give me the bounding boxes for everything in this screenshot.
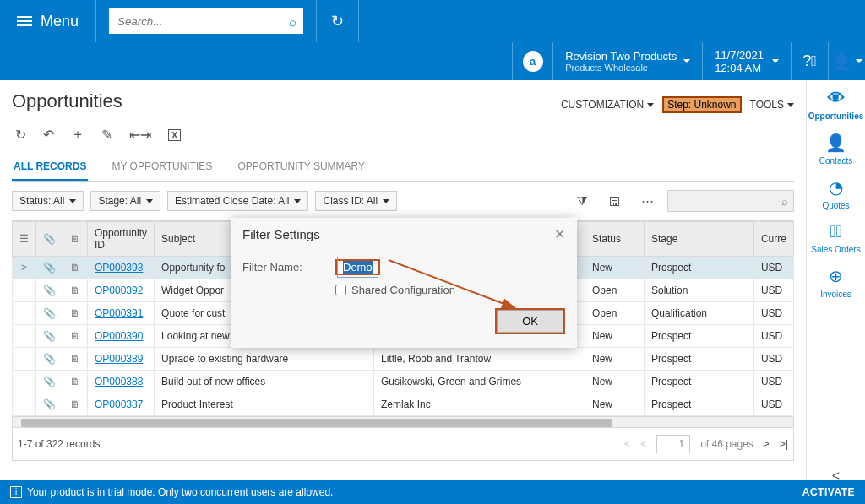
fit-icon[interactable]: ⇤⇥	[129, 127, 151, 143]
row-selector[interactable]	[13, 348, 36, 371]
more-actions-icon[interactable]: ⋯	[634, 193, 661, 209]
grid-search[interactable]: ⌕	[667, 190, 794, 212]
next-page-button[interactable]: >	[764, 438, 770, 450]
opportunity-link[interactable]: OP000391	[95, 307, 143, 319]
row-selector[interactable]	[13, 279, 36, 302]
save-filter-icon[interactable]: 🖫	[601, 194, 628, 209]
filter-stage[interactable]: Stage: All	[90, 191, 160, 211]
filter-close-date[interactable]: Estimated Close Date: All	[167, 191, 308, 211]
chevron-down-icon	[683, 59, 690, 63]
undo-icon[interactable]: ↶	[43, 127, 54, 143]
note-icon[interactable]: 🗎	[63, 279, 88, 302]
rail-opportunities[interactable]: 👁 Opportunities	[808, 89, 864, 121]
opportunity-link[interactable]: OP000392	[95, 285, 143, 296]
note-icon[interactable]: 🗎	[63, 325, 88, 348]
search-input[interactable]	[109, 15, 282, 28]
attachment-icon[interactable]: 📎	[36, 279, 63, 302]
customization-menu[interactable]: CUSTOMIZATION	[561, 99, 654, 111]
opportunity-link[interactable]: OP000389	[95, 353, 143, 365]
col-note[interactable]: 🗎	[63, 222, 88, 257]
shared-config-checkbox[interactable]: Shared Configuration	[335, 284, 565, 296]
edit-icon[interactable]: ✎	[101, 127, 112, 143]
filter-status[interactable]: Status: All	[12, 191, 84, 211]
attachment-icon[interactable]: 📎	[36, 371, 63, 393]
refresh-button[interactable]: ↻	[317, 0, 359, 42]
search-icon[interactable]: ⌕	[282, 14, 303, 29]
last-page-button[interactable]: >|	[780, 438, 788, 450]
horizontal-scrollbar[interactable]	[12, 416, 794, 428]
col-currency[interactable]: Curre	[753, 222, 793, 257]
col-attach[interactable]: 📎	[36, 222, 63, 257]
col-select[interactable]: ☰	[13, 222, 36, 257]
currency-cell: USD	[753, 279, 793, 302]
company-selector[interactable]: Revision Two Products Products Wholesale	[552, 42, 702, 80]
filter-name-input[interactable]: Demo	[337, 257, 378, 278]
rail-contacts[interactable]: 👤 Contacts	[819, 133, 852, 165]
menu-button[interactable]: Menu	[0, 0, 96, 42]
page-number[interactable]: 1	[656, 435, 690, 453]
account-cell: Little, Roob and Trantow	[374, 348, 585, 371]
table-row[interactable]: 📎🗎OP000388Build out of new officesGusiko…	[13, 371, 794, 393]
filter-class[interactable]: Class ID: All	[315, 191, 397, 211]
user-menu[interactable]: 👤	[828, 42, 865, 80]
row-selector[interactable]	[13, 371, 36, 393]
rail-invoices[interactable]: ⊕ Invoices	[820, 266, 851, 299]
opportunity-link[interactable]: OP000387	[95, 398, 143, 410]
status-cell: New	[585, 325, 644, 348]
rail-sales-orders[interactable]: ✎⃞ Sales Orders	[811, 222, 860, 254]
export-icon[interactable]: X	[168, 129, 181, 141]
attachment-icon[interactable]: 📎	[36, 348, 63, 371]
eye-icon: 👁	[828, 89, 845, 108]
record-count: 1-7 of 322 records	[18, 438, 100, 450]
stage-cell: Prospect	[644, 371, 753, 393]
activate-link[interactable]: ACTIVATE	[802, 486, 855, 498]
ok-button[interactable]: OK	[495, 308, 565, 334]
tab-my-opportunities[interactable]: MY OPPORTUNITIES	[110, 154, 214, 181]
info-icon: i	[10, 486, 22, 498]
clock-icon: ◔	[829, 177, 843, 198]
attachment-icon[interactable]: 📎	[36, 393, 63, 416]
prev-page-button[interactable]: <	[640, 438, 646, 450]
note-icon[interactable]: 🗎	[63, 257, 88, 279]
new-icon[interactable]: ＋	[71, 126, 84, 144]
subject-cell: Build out of new offices	[155, 371, 374, 393]
filter-funnel-icon[interactable]: ⧩	[570, 193, 595, 209]
attachment-icon[interactable]: 📎	[36, 257, 63, 279]
filter-settings-dialog: Filter Settings ✕ Filter Name: Demo Shar…	[231, 218, 577, 348]
attachment-icon[interactable]: 📎	[36, 302, 63, 325]
status-cell: Open	[585, 302, 644, 325]
time-text: 12:04 AM	[715, 62, 764, 74]
attachment-icon[interactable]: 📎	[36, 325, 63, 348]
opportunity-link[interactable]: OP000390	[95, 330, 143, 342]
note-icon[interactable]: 🗎	[63, 348, 88, 371]
trial-message: Your product is in trial mode. Only two …	[27, 486, 333, 498]
stage-cell: Qualification	[644, 302, 753, 325]
page-of: of 46 pages	[700, 438, 753, 450]
row-selector[interactable]: >	[13, 257, 36, 279]
refresh-icon[interactable]: ↻	[15, 127, 26, 143]
brand-logo[interactable]: a	[512, 42, 552, 80]
page-title: Opportunities	[12, 90, 122, 112]
global-search[interactable]: ⌕	[109, 8, 303, 34]
opportunity-link[interactable]: OP000393	[95, 262, 143, 274]
first-page-button[interactable]: |<	[622, 438, 630, 450]
opportunity-link[interactable]: OP000388	[95, 376, 143, 387]
row-selector[interactable]	[13, 393, 36, 416]
row-selector[interactable]	[13, 325, 36, 348]
help-button[interactable]: ?⃝	[791, 42, 828, 80]
business-date[interactable]: 11/7/2021 12:04 AM	[702, 42, 791, 80]
row-selector[interactable]	[13, 302, 36, 325]
col-status[interactable]: Status	[585, 222, 644, 257]
table-row[interactable]: 📎🗎OP000387Product InterestZemlak IncNewP…	[13, 393, 794, 416]
note-icon[interactable]: 🗎	[63, 371, 88, 393]
tools-menu[interactable]: TOOLS	[750, 99, 794, 111]
rail-quotes[interactable]: ◔ Quotes	[822, 177, 849, 210]
note-icon[interactable]: 🗎	[63, 302, 88, 325]
col-stage[interactable]: Stage	[644, 222, 753, 257]
tab-all-records[interactable]: ALL RECORDS	[12, 154, 88, 181]
note-icon[interactable]: 🗎	[63, 393, 88, 416]
table-row[interactable]: 📎🗎OP000389Uprade to existing hardwareLit…	[13, 348, 794, 371]
tab-summary[interactable]: OPPORTUNITY SUMMARY	[236, 154, 367, 181]
col-opportunity-id[interactable]: Opportunity ID	[88, 222, 155, 257]
close-icon[interactable]: ✕	[554, 226, 565, 242]
